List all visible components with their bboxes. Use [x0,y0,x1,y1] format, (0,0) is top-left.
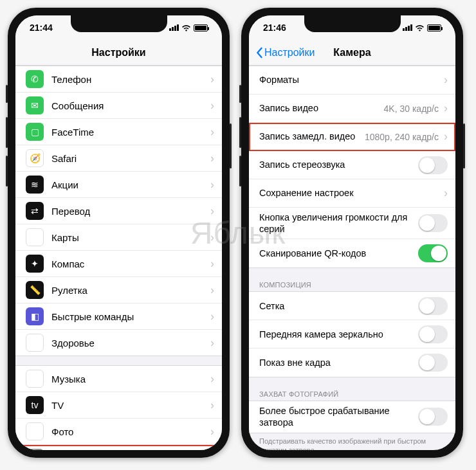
mute-switch [6,85,8,103]
mute-switch [239,85,241,103]
chevron-right-icon: › [210,399,214,412]
row-label: TV [51,400,208,411]
toggle-scan-qr[interactable] [418,244,448,262]
chevron-right-icon: › [210,257,214,271]
settings-row-shortcuts[interactable]: ◧Быстрые команды› [15,303,222,330]
settings-row-photos[interactable]: ✿Фото› [15,419,222,445]
toggle-knob [419,158,435,173]
row-label: Запись замедл. видео [259,131,365,142]
toggle-volume-burst[interactable] [418,214,448,232]
row-label: Кнопка увеличения громкости для серий [259,212,418,235]
toggle-stereo-audio[interactable] [418,156,448,174]
camera-row-faster-shutter[interactable]: Более быстрое срабатывание затвора [249,401,455,432]
row-label: Акции [51,179,208,190]
volume-up [239,117,241,148]
camera-row-record-slomo[interactable]: Запись замедл. видео1080p, 240 кадр/с› [249,123,455,151]
safari-icon: 🧭 [26,149,44,167]
chevron-right-icon: › [210,425,214,438]
camera-row-preserve-settings[interactable]: Сохранение настроек› [249,179,455,208]
chevron-right-icon: › [210,231,214,244]
camera-row-record-video[interactable]: Запись видео4K, 30 кадр/с› [249,95,455,123]
chevron-right-icon: › [444,73,448,87]
row-label: Рулетка [51,285,208,296]
settings-list[interactable]: ✆Телефон›✉Сообщения›▢FaceTime›🧭Safari›≋А… [15,66,222,450]
row-label: Здоровье [51,338,208,348]
chevron-right-icon: › [210,73,214,86]
row-label: Компас [51,258,208,269]
measure-icon: 📏 [26,281,44,299]
power-button [463,123,465,168]
chevron-right-icon: › [210,284,214,297]
section-footer: Подстраивать качество изображений при бы… [249,433,455,451]
settings-row-music[interactable]: ♪Музыка› [15,366,222,392]
settings-row-stocks[interactable]: ≋Акции› [15,172,222,198]
camera-row-formats[interactable]: Форматы› [249,66,455,95]
back-button[interactable]: Настройки [255,47,315,59]
section-header: КОМПОЗИЦИЯ [249,277,455,291]
chevron-right-icon: › [210,99,214,113]
toggle-mirror-front[interactable] [418,325,448,343]
camera-row-stereo-audio[interactable]: Запись стереозвука [249,151,455,179]
settings-row-health[interactable]: ♥Здоровье› [15,330,222,356]
volume-up [6,117,8,148]
settings-row-compass[interactable]: ✦Компас› [15,251,222,277]
volume-down [239,156,241,186]
toggle-grid[interactable] [418,297,448,315]
toggle-view-outside-frame[interactable] [418,354,448,372]
row-label: Сетка [259,300,418,312]
settings-row-camera[interactable]: 📷Камера› [15,445,222,450]
toggle-knob [419,355,435,370]
camera-row-mirror-front[interactable]: Передняя камера зеркально [249,320,455,348]
toggle-knob [419,409,435,424]
settings-row-messages[interactable]: ✉Сообщения› [15,93,222,119]
row-label: Карты [51,232,208,243]
camera-icon: 📷 [26,449,44,450]
wifi-icon [181,24,191,32]
settings-row-maps[interactable]: ⛰Карты› [15,224,222,251]
phone-left: 21:44 Настройки ✆Телефон›✉Сообщения›▢Fac… [8,8,230,458]
chevron-right-icon: › [210,125,214,139]
stocks-icon: ≋ [26,176,44,194]
row-label: FaceTime [51,127,208,138]
chevron-right-icon: › [444,102,448,115]
settings-row-translate[interactable]: ⇄Перевод› [15,198,222,224]
camera-settings-list[interactable]: Форматы›Запись видео4K, 30 кадр/с›Запись… [249,66,455,450]
settings-row-facetime[interactable]: ▢FaceTime› [15,119,222,145]
row-label: Запись видео [259,102,384,114]
toggle-faster-shutter[interactable] [418,408,448,426]
camera-row-grid[interactable]: Сетка [249,292,455,320]
row-label: Сообщения [51,100,208,111]
row-label: Запись стереозвука [259,159,418,170]
settings-row-tv[interactable]: tvTV› [15,392,222,419]
back-label: Настройки [264,47,315,59]
settings-row-measure[interactable]: 📏Рулетка› [15,277,222,303]
page-title: Камера [333,47,371,59]
row-label: Передняя камера зеркально [259,329,418,340]
settings-row-phone[interactable]: ✆Телефон› [15,66,222,93]
toggle-knob [419,298,435,314]
chevron-right-icon: › [210,152,214,165]
row-label: Форматы [259,74,441,86]
chevron-right-icon: › [210,310,214,323]
chevron-right-icon: › [210,178,214,192]
settings-row-safari[interactable]: 🧭Safari› [15,145,222,172]
row-label: Музыка [51,374,208,384]
chevron-right-icon: › [210,336,214,350]
camera-row-view-outside-frame[interactable]: Показ вне кадра [249,348,455,377]
camera-row-volume-burst[interactable]: Кнопка увеличения громкости для серий [249,208,455,239]
tv-icon: tv [26,396,44,414]
row-label: Быстрые команды [51,311,208,322]
chevron-right-icon: › [444,186,448,200]
music-icon: ♪ [26,370,44,388]
row-label: Фото [51,426,208,437]
toggle-knob [419,327,435,342]
status-time: 21:46 [263,23,286,33]
row-value: 1080p, 240 кадр/с [365,132,439,142]
toggle-knob [431,246,446,261]
photos-icon: ✿ [26,422,44,440]
messages-icon: ✉ [26,96,44,114]
status-time: 21:44 [30,23,53,33]
translate-icon: ⇄ [26,202,44,220]
navbar-left: Настройки [15,40,222,66]
camera-row-scan-qr[interactable]: Сканирование QR-кодов [249,239,455,267]
